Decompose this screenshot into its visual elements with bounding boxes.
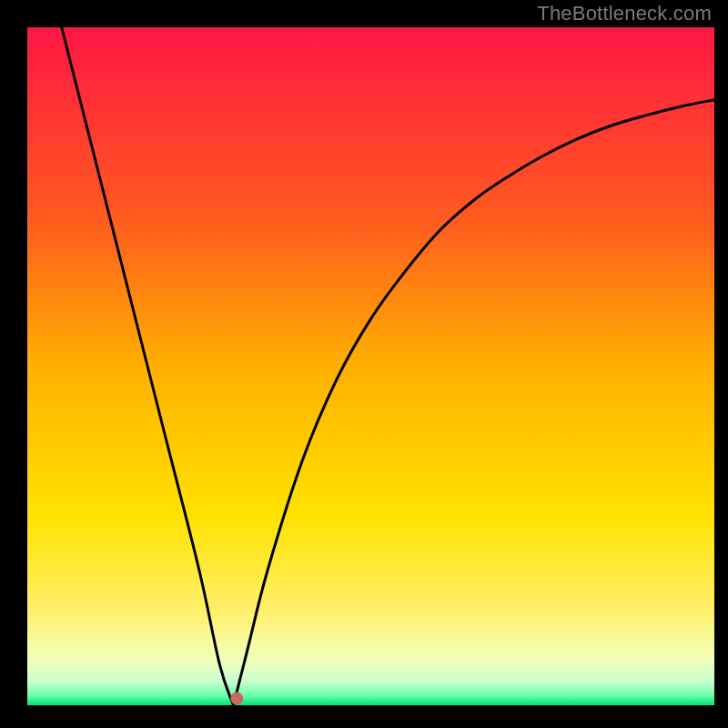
minimum-marker (230, 693, 243, 705)
bottleneck-chart (0, 0, 728, 728)
chart-frame: TheBottleneck.com (0, 0, 728, 728)
watermark-text: TheBottleneck.com (537, 2, 712, 25)
plot-background (27, 27, 714, 705)
